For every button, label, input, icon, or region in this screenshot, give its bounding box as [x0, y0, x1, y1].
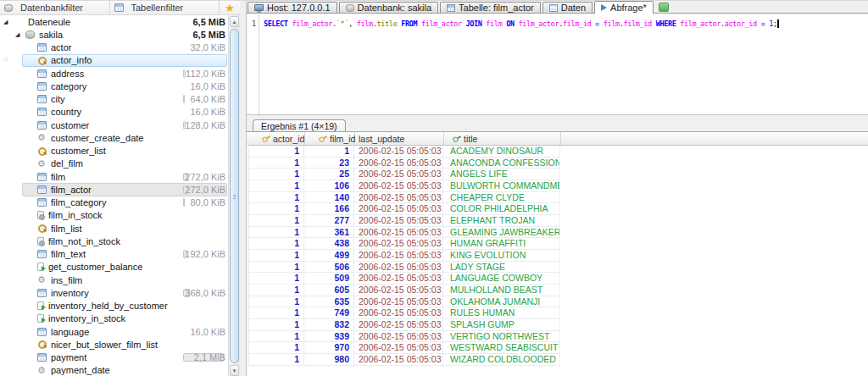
cell-title[interactable]: VERTIGO NORTHWEST — [443, 331, 560, 343]
cell-last_update[interactable]: 2006-02-15 05:05:03 — [354, 285, 443, 296]
cell-actor_id[interactable]: 1 — [248, 180, 304, 192]
cell-title[interactable]: ELEPHANT TROJAN — [443, 215, 560, 227]
result-row[interactable]: 13612006-02-15 05:05:03GLEAMING JAWBREAK… — [247, 227, 868, 239]
cell-title[interactable]: ANACONDA CONFESSIONS — [443, 158, 560, 169]
favorites-filter-button[interactable]: ★ — [220, 1, 240, 14]
cell-film_id[interactable]: 106 — [304, 180, 354, 192]
result-row[interactable]: 14382006-02-15 05:05:03HUMAN GRAFFITI — [247, 238, 868, 250]
cell-title[interactable]: RULES HUMAN — [443, 307, 560, 319]
result-tab[interactable]: Ergebnis #1 (4×19) — [253, 119, 346, 131]
cell-actor_id[interactable]: 1 — [248, 354, 304, 366]
tree-item-film_in_stock[interactable]: film_in_stock — [0, 209, 228, 222]
cell-last_update[interactable]: 2006-02-15 05:05:03 — [354, 342, 443, 354]
scrollbar-thumb[interactable] — [230, 29, 239, 363]
cell-film_id[interactable]: 506 — [304, 262, 354, 274]
result-row[interactable]: 19392006-02-15 05:05:03VERTIGO NORTHWEST — [247, 331, 868, 343]
cell-title[interactable]: BULWORTH COMMANDMENTS — [443, 180, 560, 192]
result-row[interactable]: 112006-02-15 05:05:03ACADEMY DINOSAUR — [247, 146, 868, 158]
cell-last_update[interactable]: 2006-02-15 05:05:03 — [354, 331, 443, 343]
cell-actor_id[interactable]: 1 — [248, 285, 304, 296]
result-row[interactable]: 19702006-02-15 05:05:03WESTWARD SEABISCU… — [247, 342, 868, 354]
cell-last_update[interactable]: 2006-02-15 05:05:03 — [354, 262, 443, 274]
tree-item-customer_list[interactable]: customer_list — [0, 145, 228, 158]
cell-last_update[interactable]: 2006-02-15 05:05:03 — [354, 354, 443, 366]
cell-film_id[interactable]: 980 — [304, 354, 354, 366]
scroll-up-button[interactable]: ▲ — [230, 16, 239, 27]
cell-film_id[interactable]: 509 — [304, 273, 354, 285]
cell-last_update[interactable]: 2006-02-15 05:05:03 — [354, 146, 443, 158]
tree-item-film[interactable]: film272,0 KiB — [0, 170, 228, 183]
column-header-actor_id[interactable]: actor_id — [248, 132, 305, 146]
cell-last_update[interactable]: 2006-02-15 05:05:03 — [354, 296, 443, 308]
cell-film_id[interactable]: 23 — [304, 158, 354, 169]
tree-item-country[interactable]: country16,0 KiB — [0, 106, 228, 119]
tree-item-actor_info[interactable]: ☆actor_info — [0, 54, 228, 67]
cell-title[interactable]: COLOR PHILADELPHIA — [443, 203, 560, 215]
cell-actor_id[interactable]: 1 — [248, 158, 304, 169]
expand-arrow[interactable]: ◢ — [15, 31, 25, 38]
cell-title[interactable]: MULHOLLAND BEAST — [443, 285, 560, 296]
tree-item-film_list[interactable]: film_list — [0, 222, 228, 235]
cell-film_id[interactable]: 140 — [304, 192, 354, 204]
cell-film_id[interactable]: 970 — [304, 342, 354, 354]
cell-actor_id[interactable]: 1 — [248, 192, 304, 204]
new-query-tab-icon[interactable] — [659, 3, 669, 12]
cell-actor_id[interactable]: 1 — [248, 215, 304, 227]
favorite-star-icon[interactable]: ☆ — [3, 55, 9, 64]
cell-film_id[interactable]: 277 — [304, 215, 354, 227]
cell-title[interactable]: OKLAHOMA JUMANJI — [443, 296, 560, 308]
cell-title[interactable]: WIZARD COLDBLOODED — [443, 354, 560, 366]
tree-item-ins_film[interactable]: ⚙ins_film — [0, 274, 228, 286]
cell-title[interactable]: ACADEMY DINOSAUR — [443, 146, 560, 158]
tree-item-get_customer_balance[interactable]: get_customer_balance — [0, 261, 228, 274]
cell-actor_id[interactable]: 1 — [248, 273, 304, 285]
cell-film_id[interactable]: 1 — [304, 146, 354, 158]
cell-last_update[interactable]: 2006-02-15 05:05:03 — [354, 215, 443, 227]
cell-film_id[interactable]: 361 — [304, 227, 354, 239]
cell-actor_id[interactable]: 1 — [248, 296, 304, 308]
result-row[interactable]: 18322006-02-15 05:05:03SPLASH GUMP — [247, 319, 868, 331]
result-row[interactable]: 11662006-02-15 05:05:03COLOR PHILADELPHI… — [247, 203, 868, 215]
cell-last_update[interactable]: 2006-02-15 05:05:03 — [354, 238, 443, 250]
tree-item-film_actor[interactable]: film_actor272,0 KiB — [0, 183, 228, 196]
cell-title[interactable]: SPLASH GUMP — [443, 319, 560, 331]
cell-film_id[interactable]: 438 — [304, 238, 354, 250]
tree-item-inventory[interactable]: inventory368,0 KiB — [0, 286, 228, 299]
tree-item-nicer_but_slower_film_list[interactable]: nicer_but_slower_film_list — [0, 338, 228, 351]
cell-last_update[interactable]: 2006-02-15 05:05:03 — [354, 203, 443, 215]
result-row[interactable]: 14992006-02-15 05:05:03KING EVOLUTION — [247, 250, 868, 262]
cell-last_update[interactable]: 2006-02-15 05:05:03 — [354, 158, 443, 169]
result-row[interactable]: 1232006-02-15 05:05:03ANACONDA CONFESSIO… — [247, 158, 868, 169]
database-filter-input[interactable]: Datenbankfilter — [0, 1, 110, 14]
expand-arrow[interactable]: ◢ — [3, 19, 14, 25]
tree-item-address[interactable]: address112,0 KiB — [0, 67, 228, 80]
cell-actor_id[interactable]: 1 — [248, 250, 304, 262]
tab-datenbank-sakila[interactable]: Datenbank: sakila — [339, 2, 438, 13]
cell-last_update[interactable]: 2006-02-15 05:05:03 — [354, 227, 443, 239]
tab-tabelle-film-actor[interactable]: Tabelle: film_actor — [440, 2, 541, 13]
cell-film_id[interactable]: 832 — [304, 319, 354, 331]
cell-film_id[interactable]: 25 — [304, 169, 354, 180]
cell-last_update[interactable]: 2006-02-15 05:05:03 — [354, 192, 443, 204]
cell-title[interactable]: CHEAPER CLYDE — [443, 192, 560, 204]
cell-actor_id[interactable]: 1 — [248, 238, 304, 250]
cell-film_id[interactable]: 605 — [304, 285, 354, 296]
tree-item-del_film[interactable]: ⚙del_film — [0, 158, 228, 170]
cell-actor_id[interactable]: 1 — [248, 307, 304, 319]
result-row[interactable]: 15092006-02-15 05:05:03LANGUAGE COWBOY — [247, 273, 868, 285]
sidebar-scrollbar[interactable]: ▲ ▼ — [228, 15, 240, 376]
tree-item-inventory_held_by_customer[interactable]: inventory_held_by_customer — [0, 300, 228, 312]
cell-film_id[interactable]: 749 — [304, 307, 354, 319]
cell-title[interactable]: GLEAMING JAWBREAKER — [443, 227, 560, 239]
tree-item-payment[interactable]: payment2,1 MiB — [0, 351, 228, 364]
tree-item-Dateneule[interactable]: ◢Dateneule6,5 MiB — [0, 15, 228, 28]
column-header-film_id[interactable]: film_id — [305, 132, 355, 146]
tree-item-film_not_in_stock[interactable]: film_not_in_stock — [0, 235, 228, 247]
tree-item-language[interactable]: language16,0 KiB — [0, 325, 228, 338]
cell-actor_id[interactable]: 1 — [248, 227, 304, 239]
tree-item-inventory_in_stock[interactable]: inventory_in_stock — [0, 312, 228, 325]
result-row[interactable]: 17492006-02-15 05:05:03RULES HUMAN — [247, 307, 868, 319]
result-row[interactable]: 16352006-02-15 05:05:03OKLAHOMA JUMANJI — [247, 296, 868, 308]
tab-host-127-0-0-1[interactable]: Host: 127.0.0.1 — [248, 2, 337, 13]
cell-film_id[interactable]: 939 — [304, 331, 354, 343]
